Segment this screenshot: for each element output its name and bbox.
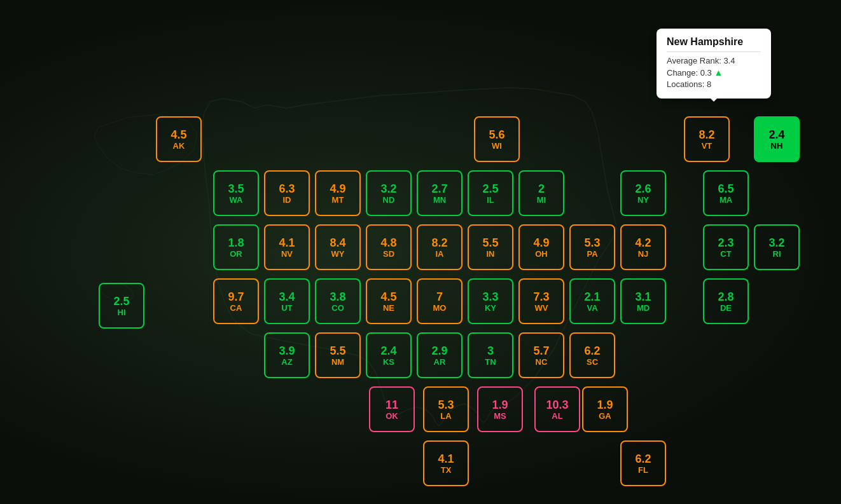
tooltip-avg-rank: Average Rank: 3.4 bbox=[667, 56, 761, 65]
state-box-ok[interactable]: 11OK bbox=[369, 386, 415, 432]
state-abbr-wi: WI bbox=[492, 142, 502, 150]
state-box-ms[interactable]: 1.9MS bbox=[477, 386, 523, 432]
state-value-ks: 2.4 bbox=[380, 345, 396, 357]
state-abbr-ok: OK bbox=[386, 412, 398, 420]
state-box-ne[interactable]: 4.5NE bbox=[366, 278, 412, 324]
state-box-ar[interactable]: 2.9AR bbox=[417, 332, 462, 378]
state-box-de[interactable]: 2.8DE bbox=[703, 278, 749, 324]
state-box-tn[interactable]: 3TN bbox=[468, 332, 513, 378]
state-value-ne: 4.5 bbox=[380, 291, 396, 303]
state-value-mo: 7 bbox=[436, 291, 443, 303]
state-box-nc[interactable]: 5.7NC bbox=[518, 332, 564, 378]
state-abbr-fl: FL bbox=[638, 466, 648, 474]
state-value-wv: 7.3 bbox=[533, 291, 549, 303]
state-box-la[interactable]: 5.3LA bbox=[423, 386, 469, 432]
state-value-ma: 6.5 bbox=[718, 183, 733, 194]
state-box-wa[interactable]: 3.5WA bbox=[213, 170, 259, 216]
state-box-ut[interactable]: 3.4UT bbox=[264, 278, 310, 324]
state-value-vt: 8.2 bbox=[699, 129, 714, 140]
state-value-mi: 2 bbox=[538, 183, 545, 194]
state-abbr-ca: CA bbox=[230, 304, 242, 312]
state-abbr-sc: SC bbox=[587, 358, 598, 366]
state-box-az[interactable]: 3.9AZ bbox=[264, 332, 310, 378]
state-box-fl[interactable]: 6.2FL bbox=[620, 440, 666, 486]
state-box-ct[interactable]: 2.3CT bbox=[703, 224, 749, 270]
state-box-nh[interactable]: 2.4NH bbox=[754, 116, 800, 162]
state-value-la: 5.3 bbox=[438, 399, 454, 411]
state-abbr-ri: RI bbox=[773, 250, 781, 258]
state-box-pa[interactable]: 5.3PA bbox=[569, 224, 615, 270]
state-abbr-nm: NM bbox=[331, 358, 344, 366]
state-value-co: 3.8 bbox=[330, 291, 345, 303]
state-abbr-al: AL bbox=[552, 412, 562, 420]
state-box-nm[interactable]: 5.5NM bbox=[315, 332, 361, 378]
state-box-ma[interactable]: 6.5MA bbox=[703, 170, 749, 216]
state-abbr-pa: PA bbox=[587, 250, 597, 258]
state-box-hi[interactable]: 2.5HI bbox=[99, 283, 144, 329]
state-box-ky[interactable]: 3.3KY bbox=[468, 278, 513, 324]
state-abbr-ne: NE bbox=[383, 304, 394, 312]
state-box-mn[interactable]: 2.7MN bbox=[417, 170, 462, 216]
state-value-ia: 8.2 bbox=[431, 237, 447, 249]
state-box-sd[interactable]: 4.8SD bbox=[366, 224, 412, 270]
state-abbr-hi: HI bbox=[118, 308, 126, 317]
state-box-nd[interactable]: 3.2ND bbox=[366, 170, 412, 216]
state-box-wi[interactable]: 5.6WI bbox=[474, 116, 520, 162]
state-abbr-va: VA bbox=[587, 304, 597, 312]
state-box-ia[interactable]: 8.2IA bbox=[417, 224, 462, 270]
state-box-ak[interactable]: 4.5AK bbox=[156, 116, 202, 162]
state-box-vt[interactable]: 8.2VT bbox=[684, 116, 730, 162]
state-value-wi: 5.6 bbox=[489, 129, 504, 140]
state-abbr-mn: MN bbox=[433, 196, 446, 204]
change-arrow-icon: ▲ bbox=[714, 67, 723, 78]
state-abbr-mo: MO bbox=[433, 304, 447, 312]
state-box-tx[interactable]: 4.1TX bbox=[423, 440, 469, 486]
state-box-ri[interactable]: 3.2RI bbox=[754, 224, 800, 270]
state-box-mo[interactable]: 7MO bbox=[417, 278, 462, 324]
state-box-ks[interactable]: 2.4KS bbox=[366, 332, 412, 378]
state-abbr-ar: AR bbox=[434, 358, 446, 366]
state-box-al[interactable]: 10.3AL bbox=[534, 386, 580, 432]
state-box-or[interactable]: 1.8OR bbox=[213, 224, 259, 270]
state-box-in[interactable]: 5.5IN bbox=[468, 224, 513, 270]
state-value-sd: 4.8 bbox=[380, 237, 396, 249]
state-value-hi: 2.5 bbox=[113, 296, 129, 307]
state-value-nh: 2.4 bbox=[768, 129, 784, 140]
state-box-mi[interactable]: 2MI bbox=[518, 170, 564, 216]
state-abbr-ct: CT bbox=[720, 250, 731, 258]
state-abbr-ny: NY bbox=[637, 196, 649, 204]
state-box-ca[interactable]: 9.7CA bbox=[213, 278, 259, 324]
state-box-il[interactable]: 2.5IL bbox=[468, 170, 513, 216]
state-value-va: 2.1 bbox=[584, 291, 600, 303]
state-box-sc[interactable]: 6.2SC bbox=[569, 332, 615, 378]
state-value-nc: 5.7 bbox=[533, 345, 549, 357]
state-box-va[interactable]: 2.1VA bbox=[569, 278, 615, 324]
state-abbr-la: LA bbox=[440, 412, 451, 420]
state-box-ga[interactable]: 1.9GA bbox=[582, 386, 628, 432]
state-box-mt[interactable]: 4.9MT bbox=[315, 170, 361, 216]
state-box-nj[interactable]: 4.2NJ bbox=[620, 224, 666, 270]
state-value-tn: 3 bbox=[487, 345, 494, 357]
state-box-id[interactable]: 6.3ID bbox=[264, 170, 310, 216]
state-box-wy[interactable]: 8.4WY bbox=[315, 224, 361, 270]
state-box-oh[interactable]: 4.9OH bbox=[518, 224, 564, 270]
state-tooltip: New Hampshire Average Rank: 3.4 Change: … bbox=[657, 29, 771, 99]
state-box-wv[interactable]: 7.3WV bbox=[518, 278, 564, 324]
state-box-ny[interactable]: 2.6NY bbox=[620, 170, 666, 216]
state-value-al: 10.3 bbox=[546, 399, 568, 411]
state-abbr-mt: MT bbox=[332, 196, 344, 204]
state-value-ny: 2.6 bbox=[635, 183, 651, 194]
state-value-ky: 3.3 bbox=[482, 291, 498, 303]
state-value-md: 3.1 bbox=[635, 291, 651, 303]
state-box-co[interactable]: 3.8CO bbox=[315, 278, 361, 324]
state-value-ms: 1.9 bbox=[492, 399, 508, 411]
state-value-sc: 6.2 bbox=[584, 345, 600, 357]
state-abbr-nc: NC bbox=[536, 358, 548, 366]
state-abbr-md: MD bbox=[637, 304, 650, 312]
state-value-ri: 3.2 bbox=[768, 237, 784, 249]
state-abbr-or: OR bbox=[230, 250, 242, 258]
state-box-nv[interactable]: 4.1NV bbox=[264, 224, 310, 270]
state-abbr-ak: AK bbox=[173, 142, 185, 150]
state-abbr-nv: NV bbox=[281, 250, 293, 258]
state-box-md[interactable]: 3.1MD bbox=[620, 278, 666, 324]
